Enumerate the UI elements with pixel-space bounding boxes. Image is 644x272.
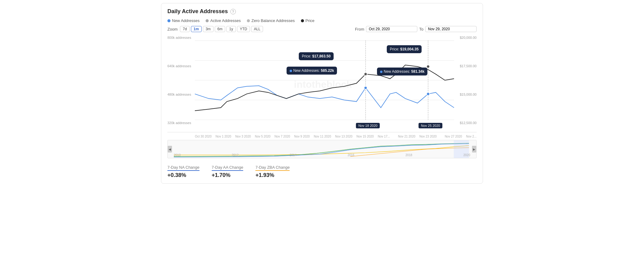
year-2020: 2020 bbox=[463, 153, 470, 157]
year-2016: 2016 bbox=[348, 153, 354, 157]
from-date-input[interactable] bbox=[366, 26, 417, 32]
help-icon[interactable]: ? bbox=[230, 9, 236, 14]
y-right-15000: $15,000.00 bbox=[452, 93, 477, 96]
address-dot-2 bbox=[426, 92, 430, 95]
y-right-17500: $17,500.00 bbox=[452, 64, 477, 68]
zoom-1y[interactable]: 1y bbox=[226, 26, 236, 32]
y-axis-left: 800k addresses 640k addresses 480k addre… bbox=[167, 35, 195, 132]
stat-zba-value: +1.93% bbox=[255, 172, 290, 178]
to-date-input[interactable] bbox=[425, 26, 477, 32]
legend-active-addresses[interactable]: Active Addresses bbox=[206, 18, 241, 23]
legend-label-price: Price bbox=[306, 18, 315, 23]
legend-dot-active bbox=[206, 19, 209, 22]
legend-label-zero: Zero Balance Addresses bbox=[251, 18, 295, 23]
y-right-12500: $12,500.00 bbox=[452, 121, 477, 125]
stat-na-value: +0.38% bbox=[167, 172, 199, 178]
chart-svg: intotheblock bbox=[167, 35, 477, 132]
legend-label-new: New Addresses bbox=[172, 18, 199, 23]
mini-year-labels: 2010 2012 2014 2016 2018 2020 bbox=[174, 153, 470, 157]
year-2014: 2014 bbox=[290, 153, 296, 157]
legend-zero-balance[interactable]: Zero Balance Addresses bbox=[247, 18, 295, 23]
legend-dot-zero bbox=[247, 19, 250, 22]
zoom-label: Zoom bbox=[167, 27, 177, 31]
zoom-1m[interactable]: 1m bbox=[191, 26, 202, 32]
year-2010: 2010 bbox=[174, 153, 181, 157]
from-label: From bbox=[355, 27, 364, 31]
zoom-7d[interactable]: 7d bbox=[180, 26, 189, 32]
stat-na-label: 7-Day NA Change bbox=[167, 165, 199, 171]
stats-row: 7-Day NA Change +0.38% 7-Day AA Change +… bbox=[167, 162, 477, 178]
zoom-3m[interactable]: 3m bbox=[203, 26, 214, 32]
to-label: To bbox=[419, 27, 423, 31]
controls-row: Zoom 7d 1m 3m 6m 1y YTD ALL From To bbox=[167, 26, 477, 32]
scroll-left-button[interactable]: ◀ bbox=[168, 146, 172, 153]
zoom-ytd[interactable]: YTD bbox=[237, 26, 250, 32]
legend-price[interactable]: Price bbox=[301, 18, 315, 23]
date-range: From To bbox=[355, 26, 477, 32]
year-2018: 2018 bbox=[405, 153, 412, 157]
stat-aa-change: 7-Day AA Change +1.70% bbox=[212, 165, 243, 178]
stat-zba-label: 7-Day ZBA Change bbox=[255, 165, 290, 171]
mini-chart-area: 2010 2012 2014 2016 2018 2020 ◀ ▶ bbox=[167, 140, 477, 158]
y-left-800k: 800k addresses bbox=[167, 36, 195, 39]
title-row: Daily Active Addresses ? bbox=[167, 8, 477, 15]
legend-row: New Addresses Active Addresses Zero Bala… bbox=[167, 18, 477, 23]
watermark: intotheblock bbox=[294, 79, 352, 90]
main-card: Daily Active Addresses ? New Addresses A… bbox=[161, 3, 483, 184]
x-label-nov25: Nov 25 2020 bbox=[419, 123, 442, 128]
y-right-20000: $20,000.00 bbox=[452, 36, 477, 39]
year-2012: 2012 bbox=[232, 153, 239, 157]
stat-aa-value: +1.70% bbox=[212, 172, 243, 178]
page-title: Daily Active Addresses bbox=[167, 8, 228, 15]
stat-na-change: 7-Day NA Change +0.38% bbox=[167, 165, 199, 178]
address-dot-1 bbox=[364, 86, 367, 89]
price-dot-1 bbox=[364, 73, 367, 76]
y-left-480k: 480k addresses bbox=[167, 93, 195, 96]
x-label-nov18: Nov 18 2020 bbox=[356, 123, 380, 128]
main-chart-area: 800k addresses 640k addresses 480k addre… bbox=[167, 35, 477, 132]
zoom-6m[interactable]: 6m bbox=[215, 26, 225, 32]
legend-dot-new bbox=[167, 19, 170, 22]
y-axis-right: $20,000.00 $17,500.00 $15,000.00 $12,500… bbox=[452, 35, 477, 132]
zoom-all[interactable]: ALL bbox=[251, 26, 263, 32]
price-dot-2 bbox=[426, 65, 430, 68]
stat-aa-label: 7-Day AA Change bbox=[212, 165, 243, 171]
y-left-320k: 320k addresses bbox=[167, 121, 195, 125]
zoom-controls: Zoom 7d 1m 3m 6m 1y YTD ALL bbox=[167, 26, 263, 32]
y-left-640k: 640k addresses bbox=[167, 64, 195, 68]
stat-zba-change: 7-Day ZBA Change +1.93% bbox=[255, 165, 290, 178]
scroll-right-button[interactable]: ▶ bbox=[472, 146, 476, 153]
legend-new-addresses[interactable]: New Addresses bbox=[167, 18, 199, 23]
x-axis-labels: Oct 30 2020 Nov 1 2020 Nov 3 2020 Nov 5 … bbox=[167, 134, 477, 140]
legend-dot-price bbox=[301, 19, 304, 22]
legend-label-active: Active Addresses bbox=[210, 18, 241, 23]
